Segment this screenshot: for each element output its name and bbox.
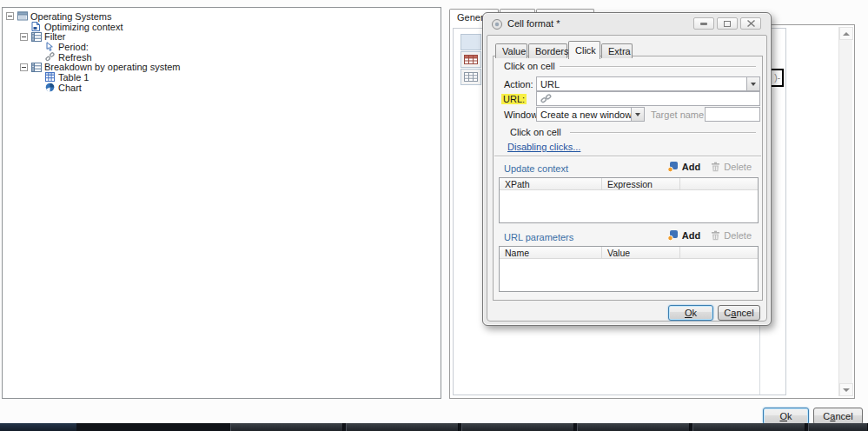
dialog-titlebar[interactable]: Cell format * <box>483 13 771 35</box>
tree-item-chart[interactable]: Chart <box>3 83 441 93</box>
row-selector-cell[interactable] <box>461 34 481 50</box>
tree-item-table-1[interactable]: Table 1 <box>3 72 441 83</box>
window-combobox[interactable]: Create a new window <box>536 107 645 122</box>
link-icon <box>45 52 56 62</box>
collapse-icon[interactable] <box>20 33 28 41</box>
tree-item-label: Breakdown by operating system <box>44 62 181 72</box>
tab-value[interactable]: Value <box>495 43 527 58</box>
update-context-table[interactable]: XPath Expression <box>499 177 759 223</box>
arrow-down-icon <box>843 388 850 392</box>
empty-column-header[interactable] <box>680 247 758 258</box>
url-parameters-title: URL parameters <box>504 232 573 242</box>
chevron-down-icon <box>751 83 756 86</box>
target-name-input[interactable] <box>705 107 760 122</box>
url-parameters-delete-button[interactable]: Delete <box>711 230 752 241</box>
url-label: URL: <box>501 94 527 104</box>
url-input[interactable] <box>536 91 760 106</box>
update-context-title: Update context <box>504 163 568 174</box>
report-icon <box>17 11 29 21</box>
minimize-button[interactable] <box>693 17 714 30</box>
tree-item-label: Operating Systems <box>30 11 112 22</box>
action-label: Action: <box>504 79 533 90</box>
collapse-icon[interactable] <box>6 12 14 20</box>
taskbar-window-button[interactable] <box>808 423 868 431</box>
group-divider <box>560 66 756 68</box>
script-icon <box>31 22 43 31</box>
table-grid-button[interactable] <box>461 69 481 85</box>
xpath-column-header[interactable]: XPath <box>500 178 602 189</box>
table-row-button[interactable] <box>461 51 481 68</box>
row-selector-toolbar <box>461 34 481 86</box>
url-parameters-add-button[interactable]: Add <box>667 229 700 241</box>
action-value: URL <box>537 79 746 90</box>
tree-item-operating-systems[interactable]: Operating Systems <box>3 11 441 22</box>
add-icon <box>667 161 679 172</box>
pie-chart-icon <box>45 83 56 92</box>
tree-item-refresh[interactable]: Refresh <box>3 52 441 63</box>
taskbar-window-button[interactable] <box>346 423 459 431</box>
link-icon <box>540 94 552 103</box>
target-name-field[interactable] <box>709 109 759 120</box>
window-label: Window: <box>504 109 540 120</box>
tree-item-optimizing-context[interactable]: Optimizing context <box>3 22 441 32</box>
tab-extra[interactable]: Extra <box>601 43 633 58</box>
disabling-clicks-link[interactable]: Disabling clicks... <box>507 142 580 152</box>
vertical-scrollbar[interactable] <box>838 27 852 396</box>
value-column-header[interactable]: Value <box>602 247 680 258</box>
add-icon <box>667 229 679 241</box>
maximize-button[interactable] <box>717 17 738 30</box>
report-structure-panel: Operating Systems Optimizing context Fil… <box>2 7 441 399</box>
cursor-icon <box>45 42 56 51</box>
tab-borders[interactable]: Borders <box>528 43 567 58</box>
url-parameters-table[interactable]: Name Value <box>499 246 759 292</box>
dropdown-button[interactable] <box>746 77 759 90</box>
dialog-ok-button[interactable]: Ok <box>668 305 713 321</box>
scroll-down-button[interactable] <box>839 383 853 396</box>
dropdown-button[interactable] <box>631 108 644 121</box>
tree-item-label: Filter <box>44 31 65 42</box>
report-tree: Operating Systems Optimizing context Fil… <box>3 8 441 93</box>
dialog-body: Value Borders Click Extra Click on cell … <box>487 35 767 322</box>
dialog-tabstrip: Value Borders Click Extra <box>495 41 633 59</box>
window-value: Create a new window <box>537 109 631 120</box>
main-ok-button[interactable]: Ok <box>763 408 809 425</box>
arrow-up-icon <box>843 32 850 36</box>
click-tab-page: Click on cell Action: URL URL: Window: C… <box>493 56 763 301</box>
name-column-header[interactable]: Name <box>500 247 602 258</box>
taskbar-window-button[interactable] <box>577 423 690 431</box>
tree-item-label: Period: <box>58 42 89 52</box>
tree-item-breakdown[interactable]: Breakdown by operating system <box>3 62 441 72</box>
list-icon <box>31 63 43 72</box>
click-on-cell-group-title: Click on cell <box>504 61 555 71</box>
tab-click[interactable]: Click <box>568 41 600 59</box>
section-divider <box>494 156 761 157</box>
url-text-field[interactable] <box>555 94 759 104</box>
chevron-down-icon <box>635 113 640 116</box>
update-context-add-button[interactable]: Add <box>667 161 700 172</box>
tree-item-label: Optimizing context <box>44 22 123 32</box>
target-name-label: Target name: <box>651 109 706 120</box>
tree-item-filter[interactable]: Filter <box>3 31 441 42</box>
collapse-icon[interactable] <box>20 63 28 71</box>
taskbar-window-button[interactable] <box>230 423 343 431</box>
tree-item-period[interactable]: Period: <box>3 42 441 52</box>
inner-group-title: Click on cell <box>510 127 561 137</box>
main-cancel-button[interactable]: Cancel <box>813 408 863 425</box>
action-combobox[interactable]: URL <box>536 76 760 91</box>
taskbar-window-button[interactable] <box>461 423 574 431</box>
trash-icon <box>711 162 720 172</box>
update-context-delete-button[interactable]: Delete <box>711 162 752 172</box>
expression-column-header[interactable]: Expression <box>602 178 680 189</box>
list-icon <box>31 32 43 42</box>
taskbar-window-button[interactable] <box>692 423 805 431</box>
empty-column-header[interactable] <box>680 178 758 189</box>
dialog-title: Cell format * <box>507 18 560 29</box>
cell-format-dialog: Cell format * Value Borders Click Extra … <box>482 12 772 326</box>
minimize-icon <box>700 23 707 25</box>
taskbar <box>0 423 868 431</box>
table-icon <box>45 72 56 82</box>
scroll-up-button[interactable] <box>839 27 853 40</box>
close-button[interactable] <box>740 17 761 30</box>
taskbar-start-area[interactable] <box>0 423 76 431</box>
dialog-cancel-button[interactable]: Cancel <box>718 305 760 321</box>
